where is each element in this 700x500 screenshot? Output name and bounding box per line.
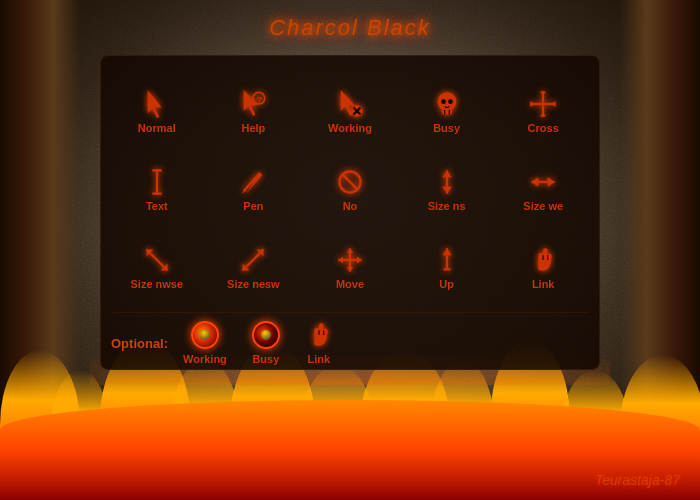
optional-label: Optional: (111, 336, 168, 351)
working-label: Working (328, 122, 372, 134)
svg-marker-40 (442, 248, 451, 255)
cursor-item-move[interactable]: Move (304, 231, 396, 304)
watermark: Teurastaja-87 (595, 472, 680, 488)
cursor-item-up[interactable]: Up (401, 231, 493, 304)
up-icon (433, 246, 461, 274)
size-we-label: Size we (523, 200, 563, 212)
svg-marker-35 (346, 248, 353, 253)
normal-label: Normal (138, 122, 176, 134)
cross-label: Cross (528, 122, 559, 134)
cursor-item-size-ns[interactable]: Size ns (401, 154, 493, 227)
cursor-item-text[interactable]: Text (111, 154, 203, 227)
cursor-item-pen[interactable]: Pen (208, 154, 300, 227)
opt-working-icon (191, 321, 219, 349)
opt-link-icon (305, 321, 333, 349)
optional-section: Optional: Working Busy Link (111, 312, 589, 365)
cursor-grid: Normal ? Help Working (111, 76, 589, 304)
pen-label: Pen (243, 200, 263, 212)
opt-busy-icon (252, 321, 280, 349)
cursor-item-help[interactable]: ? Help (208, 76, 300, 149)
optional-working[interactable]: Working (183, 321, 227, 365)
help-icon: ? (239, 90, 267, 118)
no-label: No (343, 200, 358, 212)
cursor-item-no[interactable]: No (304, 154, 396, 227)
optional-items: Working Busy Link (183, 321, 333, 365)
size-ns-label: Size ns (428, 200, 466, 212)
svg-point-7 (441, 100, 446, 105)
opt-working-label: Working (183, 353, 227, 365)
opt-busy-label: Busy (252, 353, 279, 365)
text-icon (143, 168, 171, 196)
help-label: Help (241, 122, 265, 134)
svg-text:?: ? (257, 95, 263, 105)
svg-rect-4 (442, 109, 451, 115)
svg-marker-37 (338, 256, 343, 263)
busy-label: Busy (433, 122, 460, 134)
cursor-item-size-we[interactable]: Size we (497, 154, 589, 227)
cursor-item-link[interactable]: Link (497, 231, 589, 304)
optional-link[interactable]: Link (305, 321, 333, 365)
size-nesw-label: Size nesw (227, 278, 280, 290)
cursor-item-working[interactable]: Working (304, 76, 396, 149)
svg-marker-23 (442, 187, 451, 194)
pen-icon (239, 168, 267, 196)
no-icon (336, 168, 364, 196)
size-nwse-label: Size nwse (131, 278, 184, 290)
cross-icon (529, 90, 557, 118)
svg-marker-26 (548, 177, 555, 186)
svg-marker-36 (346, 267, 353, 272)
svg-point-8 (448, 100, 453, 105)
link-icon (529, 246, 557, 274)
optional-busy[interactable]: Busy (252, 321, 280, 365)
up-label: Up (439, 278, 454, 290)
opt-link-label: Link (308, 353, 331, 365)
size-we-icon (529, 168, 557, 196)
move-icon (336, 246, 364, 274)
link-label: Link (532, 278, 555, 290)
size-nwse-icon (143, 246, 171, 274)
size-ns-icon (433, 168, 461, 196)
svg-marker-25 (532, 177, 539, 186)
size-nesw-icon (239, 246, 267, 274)
working-icon (336, 90, 364, 118)
svg-marker-22 (442, 170, 451, 177)
svg-line-18 (244, 173, 260, 192)
svg-marker-38 (357, 256, 362, 263)
page-title: Charcol Black (0, 15, 700, 41)
normal-icon (143, 90, 171, 118)
cursor-item-size-nesw[interactable]: Size nesw (208, 231, 300, 304)
text-label: Text (146, 200, 168, 212)
svg-line-20 (342, 174, 358, 190)
cursor-item-cross[interactable]: Cross (497, 76, 589, 149)
cursor-item-size-nwse[interactable]: Size nwse (111, 231, 203, 304)
cursor-item-normal[interactable]: Normal (111, 76, 203, 149)
cursor-item-busy[interactable]: Busy (401, 76, 493, 149)
cursor-panel: Normal ? Help Working (100, 55, 600, 370)
busy-icon (433, 90, 461, 118)
svg-point-3 (437, 93, 456, 112)
move-label: Move (336, 278, 364, 290)
